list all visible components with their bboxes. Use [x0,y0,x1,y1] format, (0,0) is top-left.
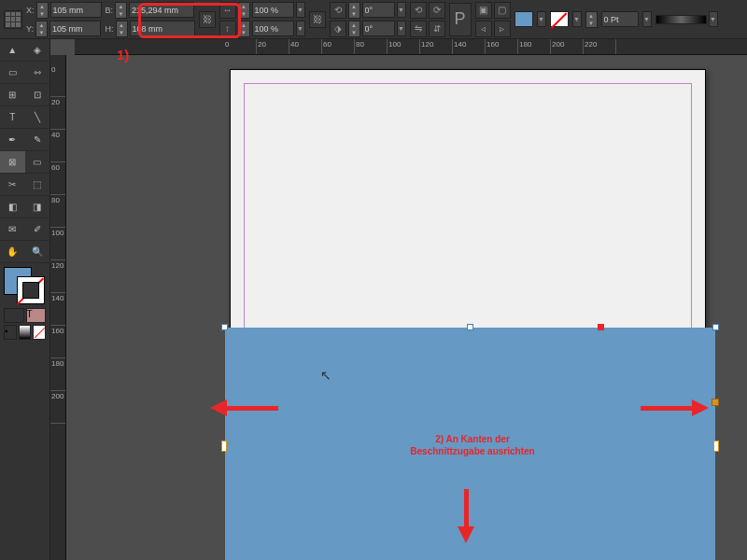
stroke-style-dropdown[interactable]: ▼ [709,11,718,27]
shear-spinner[interactable]: ▲▼ [348,21,360,37]
select-content-button[interactable]: ▢ [494,2,511,19]
rotate-ccw-button[interactable]: ⟲ [410,2,427,19]
w-label: B: [106,6,114,15]
link-dimensions-icon[interactable]: ⛓ [199,11,216,28]
prev-obj-button[interactable]: ◃ [475,21,492,37]
gradient-feather-tool[interactable]: ◨ [25,196,50,217]
rotate-dropdown[interactable]: ▼ [397,2,406,18]
scissors-tool[interactable]: ✂ [0,174,25,195]
y-label: Y: [26,24,34,34]
zoom-tool[interactable]: 🔍 [25,241,50,262]
content-placer-tool[interactable]: ⊡ [25,84,50,105]
selection-handle-n[interactable] [467,324,473,330]
selection-tool[interactable]: ▲ [0,39,25,61]
selection-handle-nw[interactable] [221,324,228,330]
apply-no-color-button[interactable] [33,325,46,340]
vertical-ruler[interactable]: 020406080100120140160180200 [50,55,66,560]
page-tool[interactable]: ▭ [0,62,25,83]
scale-y-dropdown[interactable]: ▼ [296,21,305,36]
shear-dropdown[interactable]: ▼ [397,21,406,36]
h-label: H: [106,24,114,34]
next-obj-button[interactable]: ▹ [494,21,511,37]
selection-handle-ne2[interactable] [712,324,719,330]
selection-handle-w[interactable] [221,441,227,452]
stroke-style-swatch[interactable] [655,15,707,24]
reference-point-grid[interactable] [4,10,22,29]
bleed-box [225,64,711,560]
h-input[interactable] [130,21,195,36]
scale-y-input[interactable] [252,21,294,36]
rectangle-frame-tool[interactable]: ⊠ [0,151,25,173]
pencil-tool[interactable]: ✎ [25,129,50,150]
stroke-color-dropdown[interactable]: ▼ [572,11,582,27]
gradient-stop[interactable] [712,399,719,406]
rectangle-tool[interactable]: ▭ [25,151,50,173]
stroke-weight-dropdown[interactable]: ▼ [642,11,652,27]
annotation-2: 2) An Kanten der Beschnittzugabe ausrich… [342,433,603,457]
scale-x-dropdown[interactable]: ▼ [296,2,305,18]
fill-stroke-color-box[interactable] [4,267,45,304]
hand-tool[interactable]: ✋ [0,241,25,262]
horizontal-ruler[interactable]: 020406080100120140160180200220 [75,39,747,55]
selection-handle-e[interactable] [713,441,719,452]
flip-v-button[interactable]: ⇵ [429,21,445,37]
stroke-swatch[interactable] [550,11,569,27]
w-input[interactable] [129,2,194,18]
gradient-swatch-tool[interactable]: ◧ [0,196,25,217]
apply-none-button[interactable]: ▪ [4,325,17,340]
flip-h-button[interactable]: ⇋ [410,21,427,37]
cursor-indicator: ↖ [320,368,331,383]
scale-x-input[interactable] [252,2,294,18]
link-scale-icon[interactable]: ⛓ [309,11,326,28]
note-tool[interactable]: ✉ [0,218,25,240]
rotate-cw-button[interactable]: ⟳ [429,2,445,19]
stroke-weight-input[interactable] [601,11,639,27]
rotate-icon: ⟲ [330,2,346,19]
eyedropper-tool[interactable]: ✐ [25,218,50,240]
fill-dropdown[interactable]: ▼ [537,11,546,27]
stroke-weight-spinner[interactable]: ▲▼ [585,11,598,28]
pen-tool[interactable]: ✒ [0,129,25,150]
selection-handle-ne[interactable] [598,324,604,330]
y-spinner[interactable]: ▲▼ [35,21,48,37]
direct-selection-tool[interactable]: ◈ [25,39,50,61]
line-tool[interactable]: ╲ [25,106,50,128]
canvas[interactable]: ↖ 2) An Kanten der Beschnittzugabe ausri… [66,55,747,560]
apply-gradient-button[interactable] [19,325,32,340]
apply-color-button[interactable] [4,308,24,323]
rotate-input[interactable] [362,2,395,18]
scale-x-icon: ↔ [219,2,236,19]
scale-y-icon: ↕ [219,21,236,37]
select-container-button[interactable]: ▣ [475,2,492,19]
type-tool[interactable]: T [0,106,25,128]
free-transform-tool[interactable]: ⬚ [25,174,50,195]
gap-tool[interactable]: ⇿ [25,62,50,83]
shear-input[interactable] [362,21,395,36]
annotation-1: 1) [117,47,129,63]
w-spinner[interactable]: ▲▼ [115,2,127,19]
content-collector-tool[interactable]: ⊞ [0,84,25,105]
rotate-spinner[interactable]: ▲▼ [348,2,360,19]
fill-swatch[interactable] [514,11,533,27]
scale-y-spinner[interactable]: ▲▼ [238,21,250,37]
y-input[interactable] [49,21,101,36]
tools-panel: ▲◈ ▭⇿ ⊞⊡ T╲ ✒✎ ⊠▭ ✂⬚ ◧◨ ✉✐ ✋🔍 T ▪ [0,39,50,560]
h-spinner[interactable]: ▲▼ [116,21,128,37]
x-label: X: [26,6,35,15]
shear-icon: ⬗ [330,21,346,37]
scale-x-spinner[interactable]: ▲▼ [238,2,250,19]
x-spinner[interactable]: ▲▼ [36,2,49,19]
paragraph-style-icon[interactable]: P [449,3,472,36]
apply-text-color-button[interactable]: T [26,308,47,323]
x-input[interactable] [50,2,102,18]
